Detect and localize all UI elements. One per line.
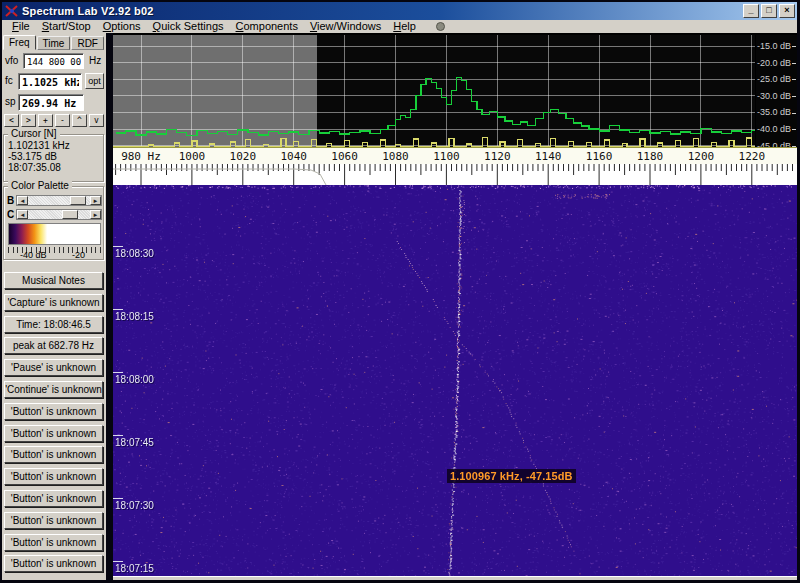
close-button[interactable]: × (779, 4, 795, 18)
db-axis-label: -15.0 dB (757, 41, 796, 51)
shift-up-button[interactable]: ^ (72, 114, 87, 127)
zoom-in-button[interactable]: + (38, 114, 53, 127)
fc-label: fc (5, 75, 13, 86)
spectrum-plot[interactable] (113, 35, 755, 147)
palette-gradient-bar (8, 223, 101, 245)
time-axis-label: 18:08:15 (115, 312, 154, 322)
db-axis-label: -30.0 dB (757, 91, 796, 101)
cursor-group-title: Cursor [N] (8, 128, 60, 139)
zoom-out-button[interactable]: - (55, 114, 70, 127)
sp-row: sp (2, 94, 106, 111)
freq-axis-label: 1220 (739, 150, 766, 163)
slider-right-arrow-icon[interactable]: ► (90, 196, 101, 205)
frequency-axis-ticks (113, 164, 797, 185)
waterfall-canvas[interactable] (113, 185, 797, 576)
time-axis-label: 18:08:00 (115, 375, 154, 385)
control-panel: FreqTimeRDF vfo Hz fc opt sp <>+-^v Curs… (2, 33, 106, 580)
tab-rdf[interactable]: RDF (71, 36, 104, 50)
step-left-button[interactable]: < (4, 114, 19, 127)
window-title: Spectrum Lab V2.92 b02 (22, 5, 743, 17)
user-button-9[interactable]: 'Button' is unknown (4, 468, 103, 485)
db-axis-label: -20.0 dB (757, 58, 796, 68)
freq-axis-label: 1100 (433, 150, 460, 163)
menu-help[interactable]: Help (387, 20, 422, 33)
user-button-6[interactable]: 'Button' is unknown (4, 403, 103, 420)
contrast-slider-row: C ◄ ► (7, 208, 102, 220)
menu-components[interactable]: Components (230, 20, 304, 33)
bottom-border-strip (113, 576, 797, 580)
tab-freq[interactable]: Freq (3, 35, 36, 50)
palette-scale-left-label: -40 dB (20, 250, 47, 260)
slider-right-arrow-icon[interactable]: ► (90, 210, 101, 219)
shift-down-button[interactable]: v (89, 114, 104, 127)
menu-quick-settings[interactable]: Quick Settings (147, 20, 230, 33)
cursor-time: 18:07:35.08 (4, 162, 103, 173)
tab-time[interactable]: Time (37, 36, 71, 50)
color-palette-title: Color Palette (8, 180, 72, 191)
sp-input[interactable] (18, 94, 84, 111)
fc-input[interactable] (18, 73, 82, 90)
fc-row: fc opt (2, 73, 106, 90)
user-button-1[interactable]: 'Capture' is unknown (4, 294, 103, 311)
freq-axis-label: 1000 (179, 150, 206, 163)
user-button-2[interactable]: Time: 18:08:46.5 (4, 316, 103, 333)
step-right-button[interactable]: > (21, 114, 36, 127)
app-icon (5, 5, 19, 18)
time-axis-label: 18:07:30 (115, 501, 154, 511)
maximize-button[interactable]: □ (761, 4, 777, 18)
time-axis-tick (113, 246, 123, 247)
cursor-group: Cursor [N] 1.102131 kHz -53.175 dB 18:07… (3, 134, 104, 182)
freq-axis-label: 1200 (688, 150, 715, 163)
freq-axis-label: 1120 (484, 150, 511, 163)
time-axis-label: 18:07:45 (115, 438, 154, 448)
user-button-13[interactable]: 'Button' is unknown (4, 555, 103, 572)
db-axis-label: -40.0 dB (757, 124, 796, 134)
minimize-button[interactable]: _ (743, 4, 759, 18)
app-window: Spectrum Lab V2.92 b02 _ □ × FileStart/S… (0, 0, 800, 583)
user-button-8[interactable]: 'Button' is unknown (4, 446, 103, 463)
menu-view-windows[interactable]: View/Windows (304, 20, 387, 33)
title-bar[interactable]: Spectrum Lab V2.92 b02 _ □ × (2, 2, 797, 20)
contrast-slider[interactable]: ◄ ► (16, 209, 102, 220)
user-button-7[interactable]: 'Button' is unknown (4, 425, 103, 442)
brightness-slider[interactable]: ◄ ► (16, 195, 102, 206)
user-button-0[interactable]: Musical Notes (4, 272, 103, 289)
freq-axis-label: 1180 (637, 150, 664, 163)
user-button-10[interactable]: 'Button' is unknown (4, 490, 103, 507)
menu-options[interactable]: Options (97, 20, 147, 33)
time-axis-tick (113, 435, 123, 436)
vfo-unit: Hz (89, 55, 101, 66)
freq-axis-label: 1020 (230, 150, 257, 163)
freq-axis-label: 980 Hz (121, 150, 161, 163)
user-button-4[interactable]: 'Pause' is unknown (4, 359, 103, 376)
menu-start-stop[interactable]: Start/Stop (36, 20, 97, 33)
status-led-icon (436, 22, 445, 31)
waterfall-display[interactable]: 18:08:3018:08:1518:08:0018:07:4518:07:30… (113, 185, 797, 576)
time-axis-tick (113, 561, 123, 562)
time-axis-tick (113, 372, 123, 373)
frequency-nav-buttons: <>+-^v (4, 114, 104, 127)
freq-axis-label: 1080 (382, 150, 409, 163)
user-button-5[interactable]: 'Continue' is unknown (4, 381, 103, 398)
slider-left-arrow-icon[interactable]: ◄ (17, 196, 28, 205)
time-axis-tick (113, 498, 123, 499)
frequency-axis-labels: 980 Hz1000102010401060108011001120114011… (113, 147, 797, 164)
vfo-input[interactable] (23, 53, 84, 69)
time-axis-label: 18:07:15 (115, 564, 154, 574)
user-button-12[interactable]: 'Button' is unknown (4, 534, 103, 551)
palette-scale-right-label: -20 (72, 250, 85, 260)
sp-label: sp (5, 96, 16, 107)
user-button-11[interactable]: 'Button' is unknown (4, 512, 103, 529)
vfo-row: vfo Hz (2, 53, 106, 70)
slider-left-arrow-icon[interactable]: ◄ (17, 210, 28, 219)
frequency-ruler[interactable]: 980 Hz1000102010401060108011001120114011… (113, 147, 797, 185)
user-button-3[interactable]: peak at 682.78 Hz (4, 337, 103, 354)
menu-file[interactable]: File (6, 20, 36, 33)
cursor-level: -53.175 dB (4, 151, 103, 162)
opt-button[interactable]: opt (85, 73, 104, 89)
freq-axis-label: 1160 (586, 150, 613, 163)
freq-axis-label: 1140 (535, 150, 562, 163)
cursor-readout-tooltip: 1.100967 kHz, -47.15dB (447, 469, 576, 483)
time-axis-tick (113, 309, 123, 310)
menu-bar: FileStart/StopOptionsQuick SettingsCompo… (2, 20, 797, 33)
